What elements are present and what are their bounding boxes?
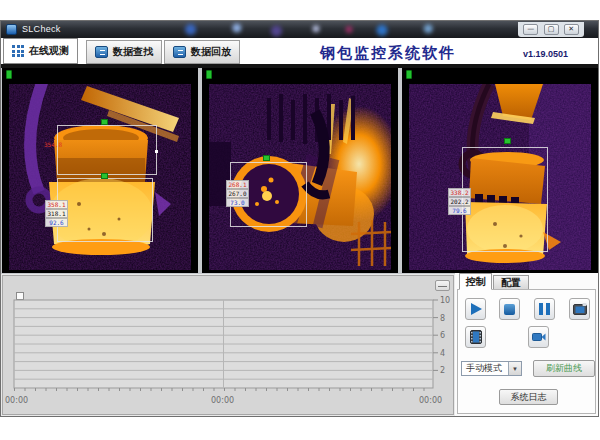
window-controls: — ▢ ✕ (518, 22, 584, 37)
avg-temp: 202.2 (448, 197, 471, 206)
x-tick: 00:00 (211, 396, 234, 405)
control-panel: 控制 配置 (455, 273, 598, 416)
snapshot-icon (573, 303, 587, 315)
app-icon (6, 24, 17, 35)
film-icon (470, 330, 482, 344)
stop-icon (504, 304, 515, 315)
roi-box[interactable] (57, 125, 157, 175)
video-button[interactable] (528, 326, 549, 348)
camera-status-icon (6, 70, 12, 79)
avg-temp: 318.1 (45, 209, 68, 218)
list-icon (173, 46, 186, 58)
mode-select[interactable]: 手动模式 ▼ (461, 361, 522, 376)
x-tick: 00:00 (419, 396, 442, 405)
y-tick: 10 (440, 296, 450, 305)
roi-marker-icon (263, 155, 270, 161)
title-bar[interactable]: SLCheck — ▢ ✕ (1, 21, 598, 38)
record-file-button[interactable] (465, 326, 486, 348)
tab-label: 数据查找 (113, 45, 153, 59)
roi-marker-icon (101, 119, 108, 125)
x-tick: 00:00 (5, 396, 28, 405)
y-tick: 8 (440, 314, 445, 323)
snapshot-button[interactable] (569, 298, 590, 320)
version-label: v1.19.0501 (523, 49, 568, 59)
roi-box[interactable] (462, 147, 548, 252)
min-temp: 79.6 (448, 206, 471, 215)
pause-button[interactable] (534, 298, 555, 320)
play-icon (471, 303, 482, 315)
camera-status-icon (406, 70, 412, 79)
tab-label: 控制 (466, 275, 486, 289)
y-tick: 4 (440, 349, 445, 358)
min-temp: 92.6 (45, 218, 68, 227)
trend-chart-panel: 10 8 6 4 2 00:00 00:00 00:00 (2, 275, 454, 415)
roi-box[interactable] (57, 178, 153, 242)
max-temp: 338.2 (448, 188, 471, 197)
camera-view-1[interactable]: 354.8 358.1 318.1 92.6 (2, 68, 198, 273)
avg-temp: 267.0 (226, 189, 249, 198)
maximize-button[interactable]: ▢ (544, 24, 559, 35)
list-icon (95, 46, 108, 58)
grid-icon (12, 45, 24, 57)
stop-button[interactable] (499, 298, 520, 320)
spot-temperature: 354.8 (44, 142, 62, 148)
temperature-readout: 268.1 267.0 73.0 (226, 180, 249, 207)
minimize-button[interactable]: — (523, 24, 538, 35)
thermal-image-1 (9, 84, 191, 270)
camera-status-icon (206, 70, 212, 79)
trend-chart: 10 8 6 4 2 00:00 00:00 00:00 (3, 276, 453, 412)
camcorder-icon (532, 332, 546, 342)
mode-select-value: 手动模式 (462, 362, 508, 375)
tab-control[interactable]: 控制 (459, 273, 492, 290)
nav-tab-bar: 在线观测 数据查找 数据回放 钢包监控系统软件 v1.19.0501 (1, 38, 598, 66)
tab-data-playback[interactable]: 数据回放 (164, 40, 240, 64)
y-tick: 2 (440, 366, 445, 375)
pause-icon (539, 303, 550, 315)
roi-marker-icon (101, 173, 108, 179)
refresh-curve-button[interactable]: 刷新曲线 (533, 360, 595, 377)
system-log-button[interactable]: 系统日志 (499, 389, 558, 405)
window-title: SLCheck (22, 24, 61, 34)
tab-label: 数据回放 (191, 45, 231, 59)
tab-online-observe[interactable]: 在线观测 (3, 38, 78, 64)
temperature-readout: 358.1 318.1 92.6 (45, 200, 68, 227)
tab-config[interactable]: 配置 (493, 275, 529, 290)
camera-view-3[interactable]: 338.2 202.2 79.6 (402, 68, 598, 273)
y-tick: 6 (440, 331, 445, 340)
chevron-down-icon[interactable]: ▼ (508, 362, 521, 375)
tab-data-search[interactable]: 数据查找 (86, 40, 162, 64)
roi-marker-icon (504, 138, 511, 144)
page-title: 钢包监控系统软件 (263, 44, 513, 63)
temperature-readout: 338.2 202.2 79.6 (448, 188, 471, 215)
close-button[interactable]: ✕ (564, 24, 579, 35)
camera-strip: 354.8 358.1 318.1 92.6 (1, 66, 598, 274)
app-window: SLCheck — ▢ ✕ 在线观测 数据查找 数据回放 钢包监控系统软件 v1… (0, 20, 599, 417)
play-button[interactable] (465, 298, 486, 320)
tab-label: 配置 (501, 276, 521, 290)
min-temp: 73.0 (226, 198, 249, 207)
max-temp: 358.1 (45, 200, 68, 209)
max-temp: 268.1 (226, 180, 249, 189)
camera-view-2[interactable]: 268.1 267.0 73.0 (202, 68, 398, 273)
tab-label: 在线观测 (29, 44, 69, 58)
